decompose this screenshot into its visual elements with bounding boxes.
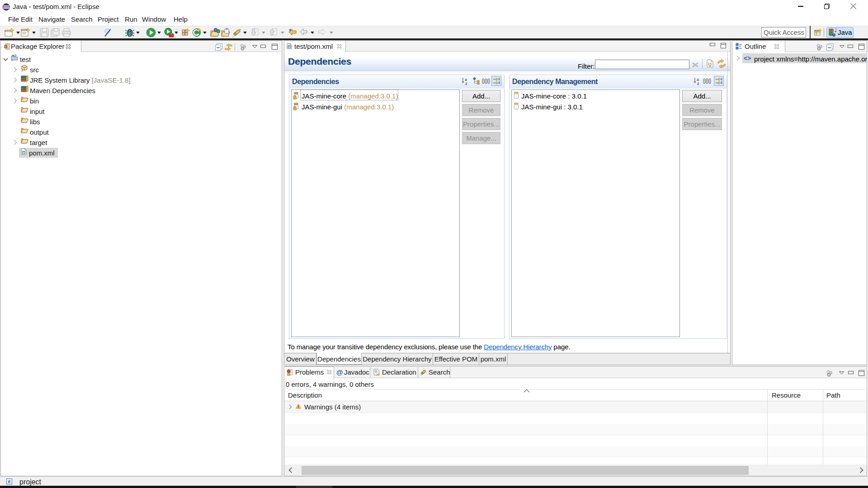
svg-text:J: J xyxy=(835,28,836,33)
svg-text:M: M xyxy=(23,151,25,154)
svg-text:M: M xyxy=(288,46,291,48)
svg-text:z: z xyxy=(697,81,699,85)
svg-text:J: J xyxy=(14,54,16,57)
svg-text:z: z xyxy=(465,81,467,85)
svg-text:e: e xyxy=(8,479,11,484)
